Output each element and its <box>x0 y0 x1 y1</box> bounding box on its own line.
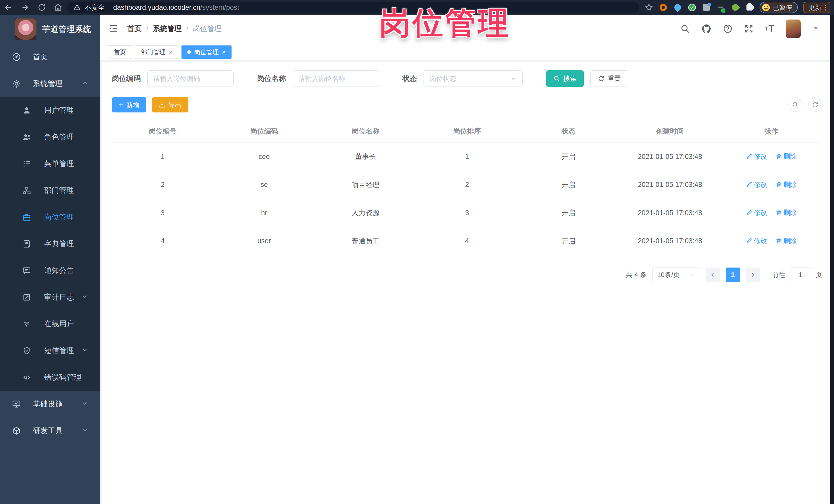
trash-icon <box>776 238 782 244</box>
sidebar-item-post-management[interactable]: 岗位管理 <box>0 204 100 231</box>
close-icon[interactable]: × <box>222 49 226 56</box>
column-header: 岗位名称 <box>315 120 416 143</box>
users-icon <box>22 132 31 142</box>
sidebar-item-dev-tools[interactable]: 研发工具 <box>0 417 100 444</box>
sidebar-item-error-code[interactable]: 错误码管理 <box>0 364 100 391</box>
post-name-label: 岗位名称 <box>257 74 286 84</box>
chevron-down-icon <box>510 75 517 82</box>
tab-dept-management[interactable]: 部门管理× <box>135 45 178 59</box>
browser-back-icon[interactable] <box>4 3 13 12</box>
bookmark-star-icon[interactable] <box>644 3 653 12</box>
help-icon[interactable] <box>723 24 732 34</box>
extensions-puzzle-icon[interactable] <box>745 3 754 12</box>
export-button[interactable]: 导出 <box>152 97 189 112</box>
search-icon <box>553 75 560 82</box>
tab-home[interactable]: 首页 <box>108 45 132 59</box>
breadcrumb-home[interactable]: 首页 <box>127 24 142 34</box>
column-header: 创建时间 <box>619 120 721 143</box>
tab-post-management[interactable]: 岗位管理× <box>181 45 232 59</box>
extension-check-icon[interactable] <box>688 3 697 12</box>
status-select[interactable]: 岗位状态 <box>423 70 523 87</box>
sidebar-item-role-management[interactable]: 角色管理 <box>0 124 100 151</box>
sidebar-item-dict-management[interactable]: 字典管理 <box>0 231 100 257</box>
menu-list-icon <box>22 159 31 169</box>
url-bar[interactable]: 不安全 dashboard.yudao.iocoder.cn/system/po… <box>67 2 639 13</box>
active-tab-dot <box>188 50 191 54</box>
chevron-left-icon <box>709 271 716 278</box>
prev-page-button[interactable] <box>706 267 720 282</box>
profile-paused-badge[interactable]: 已暂停 <box>760 2 798 13</box>
extension-donut-icon[interactable] <box>659 3 668 12</box>
sidebar-item-notice[interactable]: 通知公告 <box>0 257 100 284</box>
github-icon[interactable] <box>701 24 711 34</box>
window-scrollbar[interactable] <box>830 15 834 504</box>
edit-link[interactable]: 修改 <box>746 180 767 189</box>
delete-link[interactable]: 删除 <box>776 180 797 189</box>
table-row: 3 hr 人力资源 3 开启 2021-01-05 17:03:48 修改 删除 <box>112 199 822 227</box>
briefcase-icon <box>22 213 31 222</box>
search-button[interactable]: 搜索 <box>546 70 584 87</box>
browser-menu-icon[interactable] <box>825 5 826 10</box>
edit-link[interactable]: 修改 <box>746 152 767 161</box>
search-icon <box>792 102 798 108</box>
browser-reload-icon[interactable] <box>38 3 46 12</box>
delete-link[interactable]: 删除 <box>776 237 797 245</box>
page-size-select[interactable]: 10条/页 <box>652 267 700 282</box>
next-page-button[interactable] <box>746 267 760 282</box>
reset-button[interactable]: 重置 <box>590 70 629 87</box>
sidebar-item-online-user[interactable]: 在线用户 <box>0 311 100 337</box>
app-logo[interactable]: 芋道管理系统 <box>0 15 100 44</box>
extension-grid-icon[interactable] <box>702 3 711 12</box>
sidebar-item-dept-management[interactable]: 部门管理 <box>0 177 100 204</box>
extension-rows-icon[interactable] <box>717 3 725 12</box>
add-button[interactable]: +新增 <box>112 97 146 112</box>
table-toolbar: +新增 导出 <box>112 97 822 112</box>
edit-link[interactable]: 修改 <box>746 208 767 217</box>
status-value: 开启 <box>518 171 619 199</box>
sidebar-item-menu-management[interactable]: 菜单管理 <box>0 151 100 177</box>
column-header: 岗位排序 <box>416 120 518 143</box>
sidebar-item-infrastructure[interactable]: 基础设施 <box>0 391 100 417</box>
sidebar-item-home[interactable]: 首页 <box>0 44 100 70</box>
breadcrumb-system[interactable]: 系统管理 <box>153 24 182 34</box>
sidebar-item-sms-management[interactable]: 短信管理 <box>0 337 100 364</box>
extension-pin-icon[interactable] <box>673 3 682 12</box>
post-table: 岗位编号 岗位编码 岗位名称 岗位排序 状态 创建时间 操作 1 ceo 董事长 <box>112 119 822 255</box>
sidebar-item-user-management[interactable]: 用户管理 <box>0 97 100 124</box>
dictionary-icon <box>22 239 31 248</box>
profile-emoji-icon <box>762 4 770 11</box>
sidebar-toggle-icon[interactable] <box>108 23 118 35</box>
edit-link[interactable]: 修改 <box>746 237 767 245</box>
table-row: 1 ceo 董事长 1 开启 2021-01-05 17:03:48 修改 删除 <box>112 143 822 171</box>
user-avatar[interactable] <box>786 20 800 38</box>
sidebar-item-system-management[interactable]: 系统管理 <box>0 70 100 97</box>
browser-chrome: 不安全 dashboard.yudao.iocoder.cn/system/po… <box>0 0 834 15</box>
avatar-caret-icon[interactable] <box>812 24 820 33</box>
refresh-icon <box>598 75 605 82</box>
post-name-input[interactable] <box>293 70 379 87</box>
post-code-input[interactable] <box>147 70 234 87</box>
browser-update-button[interactable]: 更新 <box>804 2 830 13</box>
current-page[interactable]: 1 <box>726 267 740 282</box>
delete-link[interactable]: 删除 <box>776 208 797 217</box>
search-icon[interactable] <box>680 24 690 34</box>
chevron-up-icon <box>81 79 88 88</box>
fullscreen-icon[interactable] <box>744 24 754 34</box>
devtools-icon <box>12 426 21 435</box>
page-content: 岗位编码 岗位名称 状态 岗位状态 搜索 重置 <box>100 60 834 504</box>
goto-page-input[interactable] <box>789 267 812 282</box>
extension-sprout-icon[interactable] <box>731 3 740 12</box>
chevron-down-icon <box>81 293 88 302</box>
toggle-search-button[interactable] <box>788 98 802 112</box>
close-icon[interactable]: × <box>169 49 173 56</box>
tags-view-bar: 首页 部门管理× 岗位管理× <box>100 43 834 60</box>
font-size-icon[interactable]: TT <box>765 24 774 34</box>
browser-home-icon[interactable] <box>54 3 63 12</box>
column-header: 操作 <box>721 120 822 143</box>
pagination: 共 4 条 10条/页 1 前往 页 <box>112 267 822 282</box>
browser-forward-icon[interactable] <box>21 3 30 12</box>
sidebar-item-audit-log[interactable]: 审计日志 <box>0 284 100 311</box>
refresh-table-button[interactable] <box>808 98 822 112</box>
delete-link[interactable]: 删除 <box>776 152 797 161</box>
table-header-row: 岗位编号 岗位编码 岗位名称 岗位排序 状态 创建时间 操作 <box>112 120 822 143</box>
